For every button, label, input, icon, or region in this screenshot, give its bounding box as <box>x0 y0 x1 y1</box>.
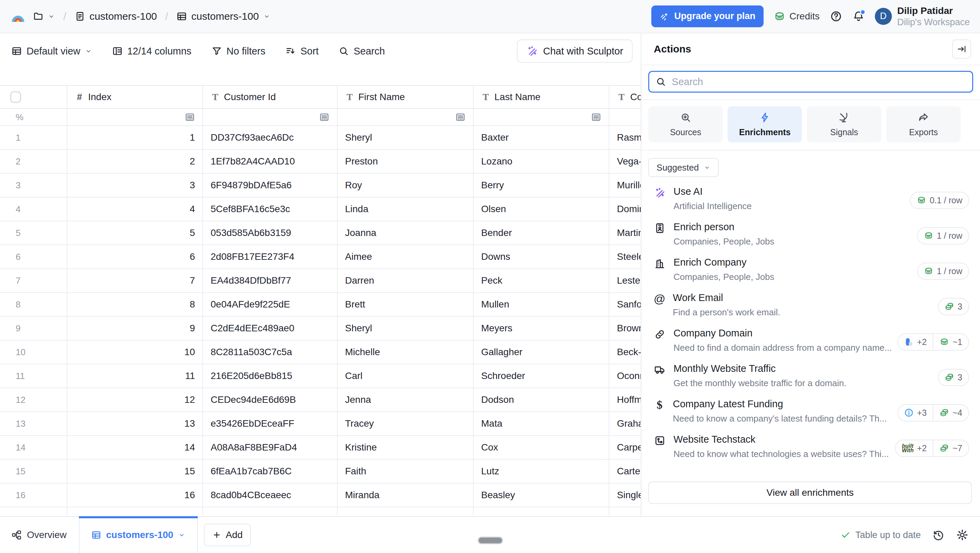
cell-company[interactable]: Vega-Gentry <box>609 150 641 173</box>
cell-company[interactable]: Browning-Simon <box>609 317 641 340</box>
cell-first-name[interactable]: Sheryl <box>337 126 474 149</box>
cell-customer-id[interactable]: 0e04AFde9f225dE <box>203 293 337 316</box>
row-number[interactable]: 11 <box>0 364 67 387</box>
cell-index[interactable]: 1 <box>67 126 203 149</box>
row-number[interactable]: 16 <box>0 483 67 507</box>
row-number[interactable]: 12 <box>0 388 67 411</box>
drag-handle[interactable] <box>478 537 503 544</box>
cell-company[interactable]: Steele Group <box>609 245 641 268</box>
filters-button[interactable]: No filters <box>211 46 266 57</box>
enrichment-item-monthly-website-traffic[interactable]: Monthly Website TrafficGet the monthly w… <box>641 356 980 392</box>
cell-customer-id[interactable]: A08A8aF8BE9FaD4 <box>203 436 337 459</box>
cell-index[interactable]: 7 <box>67 269 203 292</box>
enrichment-item-work-email[interactable]: @Work EmailFind a person's work email.3 <box>641 285 980 321</box>
cell-company[interactable]: Lester, Woodard and Mitchell <box>609 269 641 292</box>
cell-company[interactable]: Oconnell, Meza and Everett <box>609 364 641 387</box>
row-number[interactable]: 1 <box>0 126 67 149</box>
row-number[interactable]: 13 <box>0 412 67 435</box>
cell-company[interactable]: Rasmussen Group <box>609 126 641 149</box>
cell-last-name[interactable]: Baxter <box>474 126 609 149</box>
enrichment-item-company-latest-funding[interactable]: $Company Latest FundingNeed to know a co… <box>641 392 980 427</box>
cell-first-name[interactable]: Faith <box>337 460 474 483</box>
settings-button[interactable] <box>956 529 969 541</box>
credits-button[interactable]: Credits <box>774 11 820 22</box>
cell-index[interactable]: 11 <box>67 364 203 387</box>
cell-company[interactable]: Martin, Lang and Andrade <box>609 222 641 244</box>
cell-customer-id[interactable]: DD37Cf93aecA6Dc <box>203 126 337 149</box>
row-number[interactable]: 2 <box>0 150 67 173</box>
user-menu[interactable]: D Dilip Patidar Dilip's Workspace <box>875 5 970 27</box>
cell-customer-id[interactable]: C2dE4dEEc489ae0 <box>203 317 337 340</box>
panel-tab-exports[interactable]: Exports <box>886 106 961 142</box>
cell-customer-id[interactable]: 6F94879bDAfE5a6 <box>203 174 337 197</box>
cell-last-name[interactable]: Mata <box>474 412 609 435</box>
cell-customer-id[interactable]: 5Cef8BFA16c5e3c <box>203 198 337 221</box>
cell-last-name[interactable]: Cox <box>474 436 609 459</box>
search-button[interactable]: Search <box>338 46 385 57</box>
enrichment-item-company-domain[interactable]: Company DomainNeed to find a domain addr… <box>641 321 980 356</box>
cell-index[interactable]: 9 <box>67 317 203 340</box>
cell-company[interactable]: Singleton and Sons <box>609 483 641 507</box>
cell-first-name[interactable]: Roy <box>337 174 474 197</box>
row-number[interactable]: 9 <box>0 317 67 340</box>
cell-first-name[interactable]: Carl <box>337 364 474 387</box>
cell-last-name[interactable]: Peck <box>474 269 609 292</box>
chat-with-sculptor-button[interactable]: Chat with Sculptor <box>517 40 633 63</box>
cell-first-name[interactable]: Sheryl <box>337 317 474 340</box>
panel-tab-sources[interactable]: Sources <box>648 106 723 142</box>
cell-last-name[interactable]: Meyers <box>474 317 609 340</box>
cell-first-name[interactable]: Aimee <box>337 245 474 268</box>
view-all-enrichments-button[interactable]: View all enrichments <box>648 481 972 504</box>
cell-company[interactable]: Carter-Hancock <box>609 460 641 483</box>
column-header-last-name[interactable]: TLast Name <box>474 86 609 108</box>
sort-button[interactable]: Sort <box>285 46 318 57</box>
cell-first-name[interactable]: Linda <box>337 198 474 221</box>
cell-index[interactable]: 6 <box>67 245 203 268</box>
cell-company[interactable]: Graham-Francis <box>609 412 641 435</box>
enrichment-item-use-ai[interactable]: Use AIArtificial Intelligence0.1 / row <box>641 179 980 215</box>
enrichment-item-enrich-company[interactable]: Enrich CompanyCompanies, People, Jobs1 /… <box>641 250 980 285</box>
help-button[interactable] <box>830 10 842 22</box>
cell-last-name[interactable]: Bender <box>474 222 609 244</box>
row-number[interactable]: 3 <box>0 174 67 197</box>
select-all-checkbox[interactable] <box>10 91 21 103</box>
cell-company[interactable]: Sanford, Davenport and Giles <box>609 293 641 316</box>
cell-company[interactable]: Dominguez, Mcmillan and Donovan <box>609 198 641 221</box>
summary-cell[interactable] <box>337 109 474 125</box>
cell-customer-id[interactable]: CEDec94deE6d69B <box>203 388 337 411</box>
cell-company[interactable]: Hoffman, Reed and Mcclain <box>609 388 641 411</box>
row-number[interactable]: 14 <box>0 436 67 459</box>
column-header-customer-id[interactable]: TCustomer Id <box>203 86 337 108</box>
cell-customer-id[interactable]: 216E205d6eBb815 <box>203 364 337 387</box>
column-header-index[interactable]: #Index <box>67 86 203 108</box>
cell-customer-id[interactable]: e35426EbDEceaFF <box>203 412 337 435</box>
collapse-panel-button[interactable] <box>952 40 971 59</box>
enrichment-item-website-techstack[interactable]: Website TechstackNeed to know what techn… <box>641 427 980 462</box>
cell-index[interactable]: 12 <box>67 388 203 411</box>
panel-tab-signals[interactable]: Signals <box>807 106 881 142</box>
cell-customer-id[interactable]: 6fEaA1b7cab7B6C <box>203 460 337 483</box>
cell-index[interactable]: 4 <box>67 198 203 221</box>
cell-company[interactable]: Carpenter-Cook <box>609 436 641 459</box>
workspace-folder-button[interactable] <box>33 11 55 22</box>
cell-last-name[interactable]: Dodson <box>474 388 609 411</box>
cell-last-name[interactable]: Lutz <box>474 460 609 483</box>
row-number[interactable]: 15 <box>0 460 67 483</box>
cell-customer-id[interactable]: 8C2811a503C7c5a <box>203 341 337 364</box>
row-number[interactable]: 6 <box>0 245 67 268</box>
summary-cell[interactable] <box>609 109 641 125</box>
cell-last-name[interactable]: Berry <box>474 174 609 197</box>
add-table-button[interactable]: Add <box>204 524 251 546</box>
cell-customer-id[interactable]: 8cad0b4CBceaeec <box>203 483 337 507</box>
cell-first-name[interactable]: Jenna <box>337 388 474 411</box>
cell-last-name[interactable]: Schroeder <box>474 364 609 387</box>
cell-index[interactable]: 15 <box>67 460 203 483</box>
overview-button[interactable]: Overview <box>0 517 79 553</box>
cell-customer-id[interactable]: 053d585Ab6b3159 <box>203 222 337 244</box>
summary-cell[interactable] <box>474 109 609 125</box>
column-header-company[interactable]: TCompany <box>609 86 641 108</box>
cell-last-name[interactable]: Beasley <box>474 483 609 507</box>
cell-customer-id[interactable]: 1Ef7b82A4CAAD10 <box>203 150 337 173</box>
cell-last-name[interactable]: Mullen <box>474 293 609 316</box>
row-number[interactable]: 10 <box>0 341 67 364</box>
